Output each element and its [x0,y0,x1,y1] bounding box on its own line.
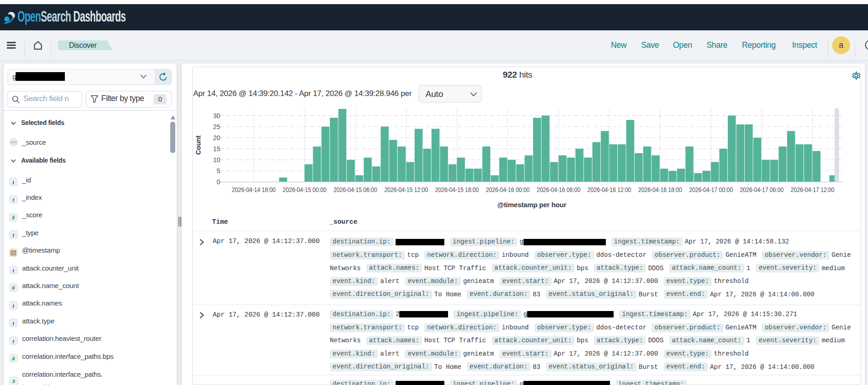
svg-text:2026-04-15 06:00: 2026-04-15 06:00 [333,186,377,193]
svg-text:2026-04-14 18:00: 2026-04-14 18:00 [232,186,276,193]
svg-text:2026-04-16 00:00: 2026-04-16 00:00 [486,186,529,193]
svg-text:2026-04-17 00:00: 2026-04-17 00:00 [689,186,733,193]
svg-text:2026-04-16 06:00: 2026-04-16 06:00 [537,186,581,193]
svg-text:2026-04-17 12:00: 2026-04-17 12:00 [791,186,834,193]
svg-text:10: 10 [213,156,220,164]
svg-text:30: 30 [213,112,220,119]
svg-text:20: 20 [213,134,220,142]
svg-text:5: 5 [217,167,220,175]
svg-text:2026-04-16 12:00: 2026-04-16 12:00 [587,186,631,193]
svg-text:2026-04-17 06:00: 2026-04-17 06:00 [740,186,783,193]
svg-text:2026-04-15 12:00: 2026-04-15 12:00 [384,186,428,193]
svg-text:25: 25 [213,123,220,130]
svg-text:0: 0 [217,178,220,186]
svg-text:2026-04-15 00:00: 2026-04-15 00:00 [283,186,327,193]
svg-text:2026-04-15 18:00: 2026-04-15 18:00 [435,186,479,193]
svg-text:15: 15 [213,145,220,153]
svg-text:@timestamp per hour: @timestamp per hour [497,201,566,209]
svg-text:Count: Count [194,136,202,155]
svg-text:2026-04-16 18:00: 2026-04-16 18:00 [638,186,682,193]
